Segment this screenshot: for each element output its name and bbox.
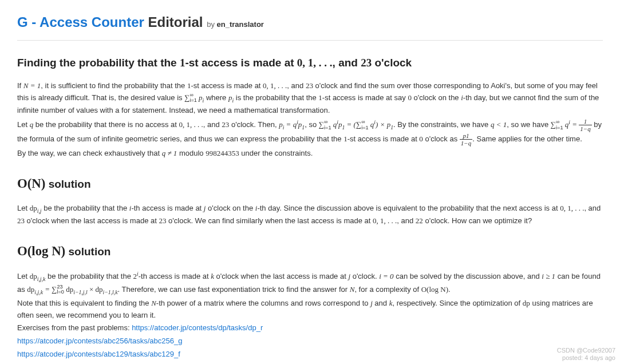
page-title: G - Access Counter Editorial by en_trans… <box>17 11 603 33</box>
author-name: en_translator <box>217 20 264 29</box>
paragraph-6: Note that this is equivalent to finding … <box>17 298 603 322</box>
section-heading-3: O(log N) solution <box>17 241 603 262</box>
section-heading-1: Finding the probability that the 1-st ac… <box>17 54 603 72</box>
exercise-link-1[interactable]: https://atcoder.jp/contests/dp/tasks/dp_… <box>132 323 263 332</box>
section-heading-2: O(N) solution <box>17 173 603 194</box>
paragraph-4: Let dpi,j be the probability that the i-… <box>17 203 603 227</box>
problem-link[interactable]: G - Access Counter <box>17 14 144 30</box>
title-bar: G - Access Counter Editorial by en_trans… <box>17 11 603 41</box>
exercise-link-3[interactable]: https://atcoder.jp/contests/abc129/tasks… <box>17 350 180 358</box>
byline: by en_translator <box>207 20 264 29</box>
paragraph-5: Let dpi,j,k be the probability that the … <box>17 270 603 296</box>
paragraph-exercises: Exercises from the past problems: https:… <box>17 322 603 334</box>
exercise-link-2[interactable]: https://atcoder.jp/contests/abc256/tasks… <box>17 337 182 345</box>
paragraph-3: By the way, we can check exhaustively th… <box>17 148 603 160</box>
paragraph-1: If N = 1, it is sufficient to find the p… <box>17 80 603 117</box>
title-suffix: Editorial <box>144 14 203 30</box>
paragraph-link-3: https://atcoder.jp/contests/abc129/tasks… <box>17 349 603 361</box>
paragraph-2: Let q be the probability that there is n… <box>17 118 603 147</box>
paragraph-link-2: https://atcoder.jp/contests/abc256/tasks… <box>17 335 603 347</box>
